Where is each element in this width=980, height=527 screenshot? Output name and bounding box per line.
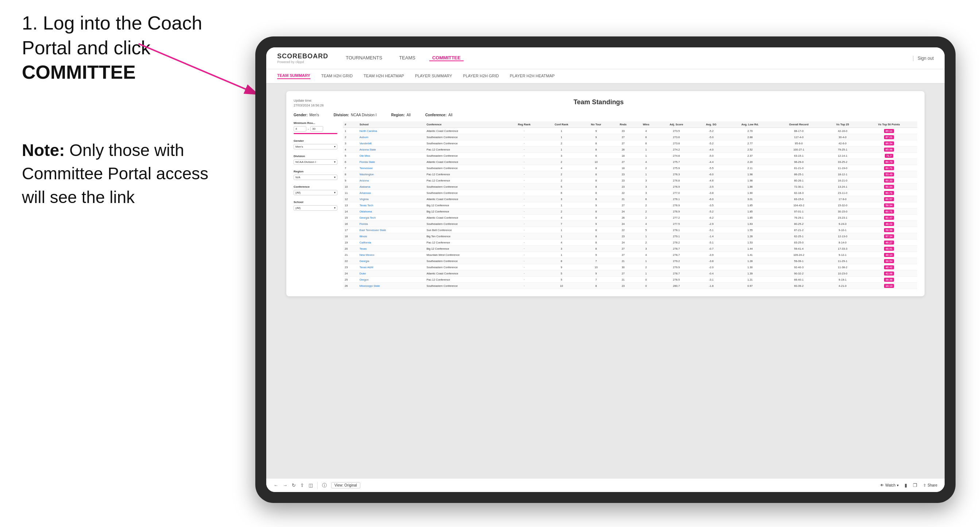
- cell-overall: 87-21-2: [773, 227, 825, 233]
- school-link[interactable]: Texas A&M: [360, 266, 374, 269]
- school-link[interactable]: Ole Miss: [360, 154, 370, 157]
- cell-conference: Southeastern Conference: [425, 165, 506, 171]
- toolbar-icon-expand[interactable]: ❐: [913, 483, 917, 488]
- school-link[interactable]: Mississippi State: [360, 284, 380, 287]
- share-icon-toolbar[interactable]: ⇧: [300, 483, 304, 488]
- cell-school[interactable]: California: [358, 240, 425, 246]
- school-link[interactable]: Oklahoma: [360, 210, 372, 213]
- school-link[interactable]: Arkansas: [360, 191, 371, 195]
- school-link[interactable]: North Carolina: [360, 129, 377, 133]
- sub-nav-team-summary[interactable]: TEAM SUMMARY: [277, 73, 310, 79]
- cell-school[interactable]: Virginia: [358, 196, 425, 202]
- sub-nav-player-summary[interactable]: PLAYER SUMMARY: [415, 74, 452, 79]
- cell-school[interactable]: Texas Tech: [358, 202, 425, 208]
- nav-tournaments[interactable]: TOURNAMENTS: [343, 55, 385, 61]
- forward-icon[interactable]: →: [283, 483, 287, 488]
- division-sidebar-select[interactable]: NCAA Division I ▾: [294, 159, 337, 165]
- sub-nav-player-h2h-heatmap[interactable]: PLAYER H2H HEATMAP: [510, 74, 555, 79]
- cell-rnds: 24: [612, 221, 635, 227]
- cell-school[interactable]: Georgia Tech: [358, 215, 425, 221]
- sub-nav: TEAM SUMMARY TEAM H2H GRID TEAM H2H HEAT…: [266, 69, 945, 84]
- school-link[interactable]: Arizona State: [360, 148, 376, 151]
- points-badge: 50.94: [884, 185, 894, 189]
- reg-rank-dash: -: [524, 271, 525, 275]
- school-link[interactable]: Georgia: [360, 259, 369, 263]
- cell-school[interactable]: Vanderbilt: [358, 140, 425, 146]
- cell-school[interactable]: Alabama: [358, 184, 425, 190]
- refresh-icon[interactable]: ↻: [292, 483, 296, 488]
- cell-school[interactable]: Texas: [358, 246, 425, 252]
- school-link[interactable]: East Tennessee State: [360, 229, 386, 232]
- cell-school[interactable]: New Mexico: [358, 252, 425, 258]
- cell-school[interactable]: Illinois: [358, 233, 425, 240]
- school-link[interactable]: Arizona: [360, 179, 369, 182]
- cell-reg-rank: -: [506, 159, 542, 165]
- reg-rank-dash: -: [524, 179, 525, 182]
- cell-avg-low: 1.86: [727, 184, 773, 190]
- cell-rnds: 22: [612, 227, 635, 233]
- cell-school[interactable]: Auburn: [358, 134, 425, 140]
- school-link[interactable]: Vanderbilt: [360, 142, 372, 145]
- cell-vs-top25: 16-21-0: [824, 178, 861, 184]
- cell-school[interactable]: Arizona: [358, 178, 425, 184]
- sub-nav-team-h2h-grid[interactable]: TEAM H2H GRID: [321, 74, 353, 79]
- school-link[interactable]: Illinois: [360, 235, 367, 238]
- max-val-input[interactable]: 30: [310, 126, 323, 132]
- school-link[interactable]: Tennessee: [360, 167, 373, 170]
- cell-avg-low: 1.44: [727, 246, 773, 252]
- cell-school[interactable]: Georgia: [358, 258, 425, 264]
- region-sidebar-select[interactable]: N/A ▾: [294, 175, 337, 180]
- gender-sidebar-select[interactable]: Men's ▾: [294, 144, 337, 149]
- cell-school[interactable]: Tennessee: [358, 165, 425, 171]
- watch-button[interactable]: 👁 Watch ▾: [880, 483, 899, 487]
- cell-school[interactable]: Oklahoma: [358, 208, 425, 215]
- cell-no-tour: 8: [581, 165, 612, 171]
- cell-school[interactable]: Oregon: [358, 277, 425, 283]
- school-link[interactable]: Oregon: [360, 278, 369, 281]
- school-link[interactable]: Florida: [360, 222, 368, 225]
- cell-school[interactable]: Washington: [358, 171, 425, 178]
- cell-avg-low: 3.01: [727, 196, 773, 202]
- cell-school[interactable]: Ole Miss: [358, 153, 425, 159]
- school-link[interactable]: Texas: [360, 247, 367, 250]
- cell-school[interactable]: Arkansas: [358, 190, 425, 196]
- school-link[interactable]: Alabama: [360, 185, 371, 189]
- col-reg-rank: Reg Rank: [506, 121, 542, 128]
- school-link[interactable]: New Mexico: [360, 253, 375, 257]
- cell-no-tour: 10: [581, 264, 612, 270]
- cell-school[interactable]: Arizona State: [358, 146, 425, 153]
- school-link[interactable]: Duke: [360, 272, 366, 275]
- school-link[interactable]: Virginia: [360, 198, 369, 201]
- slider-track[interactable]: [294, 133, 337, 134]
- school-link[interactable]: Washington: [360, 173, 374, 176]
- school-link[interactable]: Texas Tech: [360, 204, 373, 207]
- cell-school[interactable]: Florida: [358, 221, 425, 227]
- cell-school[interactable]: North Carolina: [358, 128, 425, 134]
- school-link[interactable]: Auburn: [360, 136, 368, 139]
- cell-school[interactable]: East Tennessee State: [358, 227, 425, 233]
- school-sidebar-select[interactable]: (All) ▾: [294, 205, 337, 211]
- cell-school[interactable]: Duke: [358, 270, 425, 277]
- bookmark-icon[interactable]: ◫: [309, 483, 313, 488]
- sub-nav-team-h2h-heatmap[interactable]: TEAM H2H HEATMAP: [364, 74, 404, 79]
- sign-out-link[interactable]: Sign out: [918, 56, 934, 61]
- conference-sidebar-select[interactable]: (All) ▾: [294, 190, 337, 195]
- back-icon[interactable]: ←: [274, 483, 278, 488]
- nav-committee[interactable]: COMMITTEE: [429, 55, 463, 61]
- cell-school[interactable]: Florida State: [358, 159, 425, 165]
- cell-school[interactable]: Texas A&M: [358, 264, 425, 270]
- school-link[interactable]: Florida State: [360, 160, 375, 163]
- info-icon[interactable]: ⓘ: [322, 482, 327, 489]
- sub-nav-player-h2h-grid[interactable]: PLAYER H2H GRID: [463, 74, 499, 79]
- school-link[interactable]: Georgia Tech: [360, 216, 375, 219]
- toolbar-icon-camera[interactable]: ▮: [905, 483, 907, 488]
- school-link[interactable]: California: [360, 241, 371, 244]
- cell-school[interactable]: Mississippi State: [358, 283, 425, 289]
- cell-vs-top50-points: 58.94: [861, 202, 917, 208]
- points-badge: 18.13: [884, 284, 894, 288]
- cell-no-tour: 9: [581, 134, 612, 140]
- min-val-input[interactable]: 4: [294, 126, 306, 132]
- nav-teams[interactable]: TEAMS: [396, 55, 418, 61]
- view-original-button[interactable]: View: Original: [331, 482, 360, 488]
- share-button[interactable]: ⇧ Share: [923, 483, 937, 487]
